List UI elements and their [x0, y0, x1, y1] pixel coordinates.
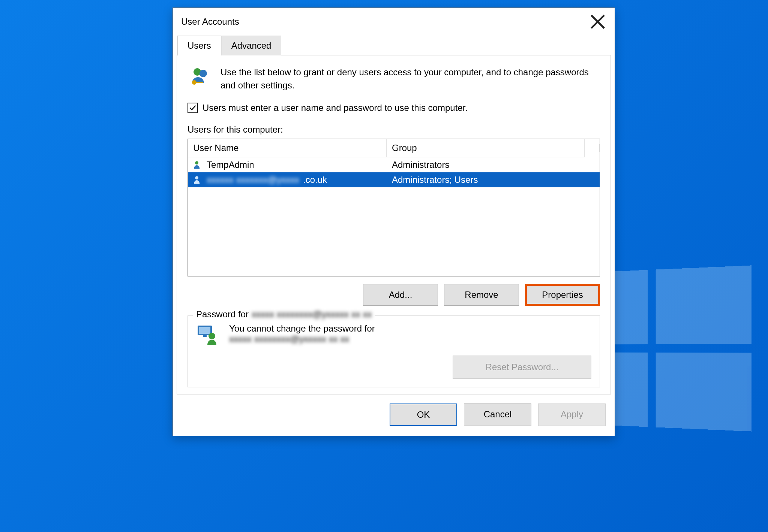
close-icon[interactable] — [589, 13, 606, 30]
svg-point-1 — [200, 70, 207, 77]
dialog-footer: OK Cancel Apply — [173, 395, 615, 436]
row-username-suffix: .co.uk — [303, 175, 327, 185]
titlebar: User Accounts — [173, 8, 615, 36]
users-table-header: User Name Group — [188, 139, 600, 157]
password-group: Password for xxxxx xxxxxxxx@yxxxxx xx xx… — [188, 315, 600, 387]
row-group: Administrators; Users — [387, 172, 585, 187]
tab-content-users: Use the list below to grant or deny user… — [177, 55, 611, 395]
require-login-checkbox[interactable] — [188, 103, 198, 113]
row-group: Administrators — [387, 157, 585, 172]
users-keys-icon — [188, 66, 212, 92]
tab-users[interactable]: Users — [177, 36, 221, 55]
row-username-obscured: xxxxxx xxxxxxx@yxxxx — [207, 175, 299, 185]
user-icon — [193, 175, 203, 185]
svg-point-5 — [195, 176, 198, 179]
monitor-user-icon — [196, 323, 220, 350]
col-username[interactable]: User Name — [188, 139, 387, 157]
cannot-change-block: You cannot change the password for xxxxx… — [229, 323, 375, 344]
cannot-change-user: xxxxx xxxxxxxx@yxxxxx xx xx — [229, 334, 375, 344]
table-row[interactable]: xxxxxx xxxxxxx@yxxxx.co.uk Administrator… — [188, 172, 600, 187]
reset-password-button: Reset Password... — [453, 356, 591, 379]
svg-point-4 — [195, 161, 198, 164]
users-table-label: Users for this computer: — [188, 124, 600, 135]
password-legend-prefix: Password for — [196, 309, 249, 320]
password-group-legend: Password for xxxxx xxxxxxxx@yxxxxx xx xx — [193, 309, 375, 320]
apply-button: Apply — [538, 403, 606, 426]
window-title: User Accounts — [181, 16, 239, 27]
svg-rect-7 — [199, 327, 210, 334]
ok-button[interactable]: OK — [390, 403, 457, 426]
require-login-label: Users must enter a user name and passwor… — [202, 103, 468, 113]
cancel-button[interactable]: Cancel — [464, 403, 531, 426]
intro-row: Use the list below to grant or deny user… — [188, 66, 600, 92]
remove-button[interactable]: Remove — [444, 284, 519, 306]
col-group[interactable]: Group — [387, 139, 585, 157]
require-login-row: Users must enter a user name and passwor… — [188, 103, 600, 113]
table-row[interactable]: TempAdmin Administrators — [188, 157, 600, 172]
user-action-buttons: Add... Remove Properties — [188, 284, 600, 306]
properties-button[interactable]: Properties — [525, 284, 600, 306]
cannot-change-text: You cannot change the password for — [229, 323, 375, 334]
svg-rect-3 — [196, 82, 203, 83]
user-accounts-dialog: User Accounts Users Advanced Use the lis… — [172, 7, 615, 436]
user-icon — [193, 160, 203, 170]
svg-rect-8 — [203, 335, 207, 337]
add-button[interactable]: Add... — [363, 284, 438, 306]
users-table[interactable]: User Name Group TempAdmin Administrators — [188, 139, 600, 276]
svg-point-9 — [208, 333, 215, 339]
tab-advanced[interactable]: Advanced — [221, 36, 282, 55]
intro-text: Use the list below to grant or deny user… — [220, 66, 600, 92]
tab-bar: Users Advanced — [173, 36, 615, 55]
row-username: TempAdmin — [207, 160, 254, 170]
password-legend-user: xxxxx xxxxxxxx@yxxxxx xx xx — [252, 309, 372, 320]
